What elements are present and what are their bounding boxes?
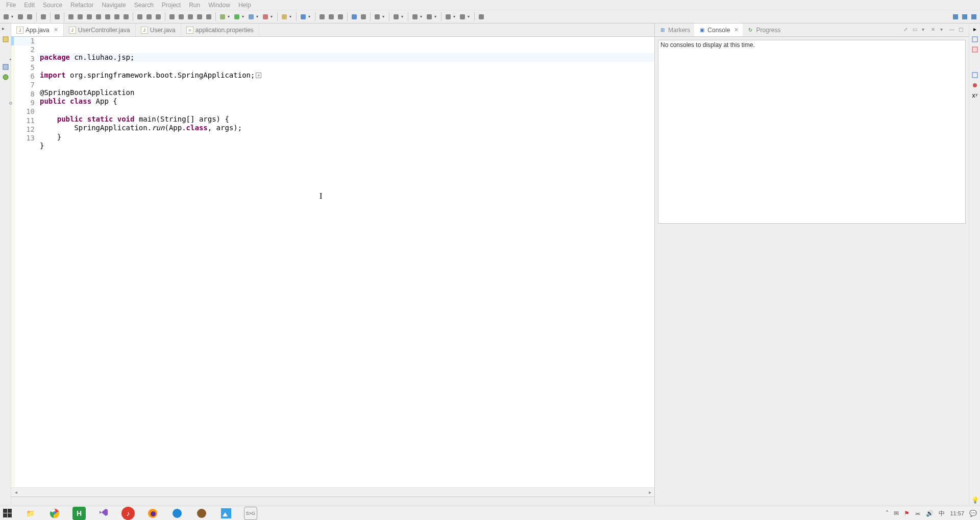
save-button[interactable] (16, 13, 24, 21)
ime-icon[interactable]: 中 (939, 509, 945, 518)
firefox-icon[interactable] (146, 507, 159, 520)
code-line[interactable]: SpringApplication.run(App.class, args); (38, 124, 654, 132)
menu-edit[interactable]: Edit (20, 1, 39, 10)
view-tab-markers[interactable]: ⊞Markers (655, 23, 694, 36)
wifi-icon[interactable]: ⫘ (915, 510, 921, 517)
app2-icon[interactable] (195, 507, 208, 520)
code-line[interactable] (38, 106, 654, 115)
search-button[interactable] (951, 13, 960, 21)
package-explorer-icon[interactable] (2, 36, 9, 43)
outline-icon[interactable] (971, 36, 978, 43)
tb8-button[interactable] (205, 13, 213, 21)
code-line[interactable]: import org.springframework.boot.SpringAp… (38, 71, 654, 80)
menu-refactor[interactable]: Refactor (66, 1, 97, 10)
menu1-dropdown[interactable]: ▾ (382, 14, 386, 20)
minimize-icon[interactable]: — (949, 27, 957, 34)
security-icon[interactable]: ⚑ (904, 510, 910, 517)
notifications-icon[interactable]: 💬 (969, 510, 977, 517)
code-line[interactable] (38, 80, 654, 88)
coverage-button[interactable] (247, 13, 255, 21)
newpkg-button[interactable] (280, 13, 288, 21)
tray-up-icon[interactable]: ˄ (886, 510, 889, 517)
editor-tab[interactable]: ≡application.properties (181, 23, 259, 36)
code-line[interactable] (38, 150, 654, 159)
netease-music-icon[interactable]: ♪ (121, 507, 135, 520)
open-perspective-button[interactable] (961, 13, 969, 21)
opentype-dropdown[interactable]: ▾ (308, 14, 312, 20)
hbuilder-icon[interactable]: H (72, 507, 86, 520)
menu-search[interactable]: Search (130, 1, 158, 10)
minimize-view-icon[interactable]: ▸ (973, 26, 976, 33)
tb7-button[interactable] (195, 13, 204, 21)
tb2-button[interactable] (145, 13, 153, 21)
gitbranch-button[interactable] (359, 13, 368, 21)
display-icon[interactable]: ▭ (913, 27, 920, 34)
tb3-button[interactable] (154, 13, 162, 21)
breakpoints-icon[interactable] (971, 82, 978, 89)
newpkg-dropdown[interactable]: ▾ (289, 14, 293, 20)
back-dropdown[interactable]: ▾ (420, 14, 424, 20)
stop-button[interactable] (85, 13, 93, 21)
opentype-button[interactable] (299, 13, 307, 21)
step-button[interactable] (94, 13, 103, 21)
pause-button[interactable] (76, 13, 84, 21)
view-tab-console[interactable]: ▣Console✕ (694, 23, 743, 36)
web-button[interactable] (350, 13, 358, 21)
chrome-icon[interactable] (48, 507, 61, 520)
code-line[interactable]: @SpringBootApplication (38, 88, 654, 97)
dd-icon[interactable]: ▾ (940, 27, 947, 34)
pin-icon[interactable]: ⤢ (903, 27, 911, 34)
app-icon[interactable] (170, 507, 184, 520)
dd-icon[interactable]: ▾ (922, 27, 929, 34)
outline2-icon[interactable] (971, 72, 978, 79)
back2-button[interactable] (444, 13, 452, 21)
photos-icon[interactable] (219, 507, 233, 520)
tb1-button[interactable] (136, 13, 144, 21)
coverage-dropdown[interactable]: ▾ (256, 14, 260, 20)
extrun-button[interactable] (261, 13, 270, 21)
search2-button[interactable] (336, 13, 345, 21)
debug-dropdown[interactable]: ▾ (228, 14, 232, 20)
stepreturn-button[interactable] (113, 13, 121, 21)
scroll-right-icon[interactable]: ▸ (646, 489, 653, 495)
boot-dashboard-icon[interactable] (2, 74, 9, 81)
tip-bulb-icon[interactable]: 💡 (971, 497, 979, 504)
code-line[interactable]: public class App { (38, 97, 654, 106)
code-editor[interactable]: 123▸56789⊖10111213 package cn.liuhao.jsp… (11, 37, 654, 487)
new-dropdown[interactable]: ▾ (11, 14, 15, 20)
debug-button[interactable] (218, 13, 227, 21)
menu2-button[interactable] (392, 13, 400, 21)
volume-icon[interactable]: 🔊 (926, 510, 934, 517)
start-button[interactable] (3, 509, 12, 518)
editor-tab[interactable]: JApp.java✕ (11, 23, 64, 36)
tb6-button[interactable] (186, 13, 194, 21)
expressions-icon[interactable]: xʸ (972, 92, 977, 99)
forward-dropdown[interactable]: ▾ (434, 14, 438, 20)
restore-view-icon[interactable]: ▸ (2, 26, 9, 33)
menu-project[interactable]: Project (158, 1, 185, 10)
run-dropdown[interactable]: ▾ (242, 14, 246, 20)
scroll-left-icon[interactable]: ◂ (12, 489, 19, 495)
clock[interactable]: 11:57 (950, 510, 964, 516)
run-button[interactable] (233, 13, 241, 21)
close-icon[interactable]: ✕ (734, 27, 739, 33)
switch-button[interactable] (477, 13, 485, 21)
close-icon[interactable]: ✕ (54, 27, 58, 33)
runtoline-button[interactable] (122, 13, 130, 21)
servers-icon[interactable] (2, 63, 9, 70)
code-line[interactable]: package cn.liuhao.jsp; (38, 53, 654, 62)
menu2-dropdown[interactable]: ▾ (401, 14, 405, 20)
code-line[interactable]: public static void main(String[] args) { (38, 115, 654, 124)
resume-button[interactable] (67, 13, 75, 21)
saveall-button[interactable] (26, 13, 34, 21)
menu-window[interactable]: Window (204, 1, 234, 10)
file-explorer-icon[interactable]: 📁 (23, 507, 37, 520)
new-button[interactable] (2, 13, 10, 21)
tb4-button[interactable] (168, 13, 176, 21)
menu-navigate[interactable]: Navigate (97, 1, 130, 10)
menu-file[interactable]: File (2, 1, 20, 10)
menu-run[interactable]: Run (185, 1, 204, 10)
editor-scrollbar[interactable]: ◂ ▸ (11, 487, 654, 497)
java-perspective-button[interactable] (970, 13, 978, 21)
search-button[interactable] (53, 13, 61, 21)
